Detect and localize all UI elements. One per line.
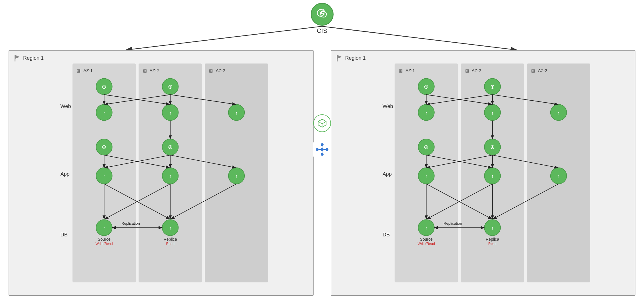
svg-point-57 [96,220,112,236]
svg-text:⊕: ⊕ [168,83,173,90]
svg-text:↑: ↑ [169,110,171,115]
svg-line-40 [170,95,236,104]
cis-label: CIS [317,27,327,35]
svg-rect-15 [139,63,202,282]
svg-text:AZ-1: AZ-1 [83,68,93,73]
svg-text:↑: ↑ [235,174,238,179]
svg-point-46 [96,168,112,184]
svg-rect-10 [15,55,15,61]
svg-text:▦: ▦ [77,68,81,73]
svg-line-124 [426,184,492,219]
svg-line-102 [492,95,558,104]
svg-point-90 [484,79,500,95]
right-region-inner: ▦ AZ-1 ▦ AZ-2 ▦ AZ-2 Web App DB ⊕ ⊕ [354,55,631,291]
svg-text:Replica: Replica [485,237,499,242]
svg-point-96 [550,104,566,120]
svg-line-37 [104,95,170,104]
svg-line-6 [126,26,322,50]
svg-marker-11 [15,55,20,59]
svg-point-28 [162,79,178,95]
svg-point-142 [326,148,328,151]
svg-point-140 [321,153,324,156]
svg-point-110 [484,168,500,184]
svg-text:⊕: ⊕ [102,144,107,150]
svg-point-121 [484,220,500,236]
svg-text:Web: Web [382,103,393,109]
svg-point-88 [418,79,434,95]
svg-text:⊕: ⊕ [102,83,107,90]
svg-rect-78 [527,63,590,282]
svg-text:Read: Read [488,242,496,246]
svg-rect-72 [337,55,338,61]
svg-text:↑: ↑ [491,110,493,115]
flag-icon-left [13,54,21,62]
svg-point-30 [96,104,112,120]
svg-text:▦: ▦ [143,68,147,73]
svg-text:⊕: ⊕ [424,144,429,150]
svg-text:App: App [60,171,69,177]
svg-text:↑: ↑ [235,110,238,115]
svg-text:↑: ↑ [103,174,105,179]
svg-text:↑: ↑ [557,174,559,179]
svg-point-41 [96,139,112,155]
svg-line-7 [322,26,517,50]
svg-point-141 [316,148,319,151]
svg-text:▦: ▦ [209,68,213,73]
svg-point-108 [418,168,434,184]
svg-text:↑: ↑ [557,110,559,115]
svg-point-4 [323,13,324,15]
svg-point-139 [321,143,324,146]
svg-line-38 [105,95,170,104]
svg-text:AZ-2: AZ-2 [150,68,159,73]
svg-point-94 [484,104,500,120]
svg-text:AZ-1: AZ-1 [406,68,415,73]
cis-node: CIS [311,3,334,35]
svg-text:↑: ↑ [103,110,105,115]
svg-line-63 [105,184,170,219]
svg-line-54 [105,155,170,168]
flag-icon-right [336,54,344,62]
svg-text:Replication: Replication [444,221,462,226]
svg-text:⊕: ⊕ [490,83,495,90]
svg-point-92 [418,104,434,120]
regions-row: Region 1 [9,50,635,296]
svg-line-136 [322,121,326,124]
svg-line-53 [104,155,170,168]
svg-text:AZ-2: AZ-2 [472,68,481,73]
svg-text:Write/Read: Write/Read [418,242,435,246]
svg-point-112 [550,168,566,184]
svg-text:Replication: Replication [121,221,140,226]
svg-rect-16 [205,63,268,282]
svg-point-43 [162,139,178,155]
svg-text:⊕: ⊕ [490,144,495,150]
left-diagram-svg: ▦ AZ-1 ▦ AZ-2 ▦ AZ-2 Web App DB [32,55,309,291]
svg-line-127 [493,184,559,219]
svg-marker-73 [338,55,342,59]
svg-point-26 [96,79,112,95]
svg-point-48 [162,168,178,184]
svg-text:↑: ↑ [491,174,493,179]
svg-text:Write/Read: Write/Read [95,242,113,246]
svg-text:↑: ↑ [491,225,493,230]
svg-text:▦: ▦ [399,68,402,73]
svg-text:Source: Source [420,237,433,242]
svg-line-56 [170,155,236,168]
svg-text:↑: ↑ [169,225,171,230]
svg-text:DB: DB [60,232,67,238]
svg-rect-77 [461,63,524,282]
svg-point-119 [418,220,434,236]
cis-icon [311,3,334,26]
svg-line-65 [171,184,236,219]
svg-line-115 [426,155,492,168]
svg-point-3 [320,12,322,14]
svg-text:Read: Read [166,242,174,246]
svg-line-125 [427,184,492,219]
svg-point-50 [228,168,244,184]
right-region-box: Region 1 [331,50,636,296]
main-container: CIS Region 1 [0,0,644,301]
svg-text:Source: Source [98,237,111,242]
svg-line-116 [427,155,492,168]
left-region-inner: ▦ AZ-1 ▦ AZ-2 ▦ AZ-2 Web App DB [32,55,309,291]
svg-text:↑: ↑ [425,225,427,230]
svg-text:DB: DB [382,232,390,238]
